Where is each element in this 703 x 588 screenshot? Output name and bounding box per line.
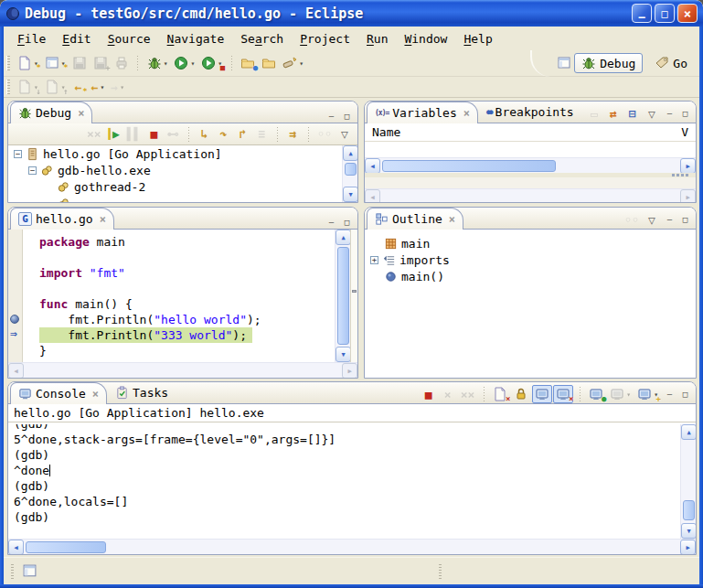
scroll-down-button[interactable]: ▼ bbox=[681, 523, 697, 539]
close-tab-icon[interactable]: × bbox=[92, 388, 99, 401]
tree-item-hello-go-go-application[interactable]: −hello.go [Go Application] bbox=[8, 145, 342, 162]
scroll-thumb[interactable] bbox=[382, 160, 556, 172]
show-stdout-when-changed-button[interactable] bbox=[532, 385, 552, 403]
view-minimize-icon[interactable]: — bbox=[663, 389, 676, 401]
open-type-button[interactable]: ● bbox=[238, 54, 258, 72]
dropdown-arrow-icon[interactable]: ▾ bbox=[190, 59, 195, 68]
back-to-last-edit-location-button[interactable]: ←* bbox=[69, 78, 88, 96]
console-hscrollbar[interactable]: ◀ ▶ bbox=[8, 539, 696, 554]
detail-pane-sash[interactable] bbox=[365, 173, 696, 177]
pin-console-button[interactable]: ● bbox=[586, 385, 606, 403]
show-logical-structure-button[interactable]: ⇄ bbox=[604, 104, 623, 123]
step-over-button[interactable]: ↷ bbox=[214, 125, 232, 144]
terminate-button[interactable]: ■ bbox=[420, 385, 438, 403]
tab-tasks[interactable]: Tasks bbox=[108, 382, 176, 403]
instruction-pointer-marker[interactable]: ⇒ bbox=[10, 329, 17, 338]
debug-button[interactable]: ▾ bbox=[144, 54, 171, 72]
breakpoint-marker[interactable] bbox=[10, 315, 19, 324]
menu-navigate[interactable]: Navigate bbox=[159, 30, 233, 48]
debug-tree-scrollbar[interactable]: ▲ ▼ bbox=[342, 145, 357, 202]
view-maximize-icon[interactable]: □ bbox=[678, 389, 692, 401]
run-external-tools-button[interactable]: ■▾ bbox=[198, 54, 225, 72]
code-line[interactable]: fmt.Println("hello world"); bbox=[39, 312, 335, 327]
clear-console-button[interactable]: × bbox=[490, 385, 510, 403]
scroll-thumb[interactable] bbox=[337, 247, 349, 345]
close-tab-icon[interactable]: × bbox=[449, 213, 455, 226]
variables-tree[interactable] bbox=[365, 142, 696, 157]
show-stderr-when-changed-button[interactable]: × bbox=[553, 385, 573, 403]
code-line[interactable]: func main() { bbox=[39, 296, 335, 312]
tree-item[interactable] bbox=[8, 195, 342, 202]
scroll-left-button[interactable]: ◀ bbox=[8, 540, 24, 555]
code-line[interactable] bbox=[39, 281, 335, 296]
new-wizard-button[interactable]: *▾ bbox=[42, 54, 69, 72]
scroll-thumb[interactable] bbox=[26, 541, 106, 553]
step-return-button[interactable]: ↱ bbox=[233, 125, 251, 144]
scroll-up-button[interactable]: ▲ bbox=[336, 230, 351, 245]
fast-view-button[interactable] bbox=[19, 562, 40, 581]
scroll-down-button[interactable]: ▼ bbox=[343, 187, 358, 202]
new-button[interactable]: *▾ bbox=[15, 54, 41, 72]
dropdown-arrow-icon[interactable]: ▾ bbox=[164, 59, 168, 68]
scroll-lock-button[interactable] bbox=[511, 385, 531, 403]
dropdown-arrow-icon[interactable]: ▾ bbox=[100, 83, 104, 91]
run-button[interactable]: ▾ bbox=[171, 54, 197, 72]
toolbar-grip[interactable] bbox=[6, 80, 10, 94]
menu-run[interactable]: Run bbox=[358, 30, 396, 48]
collapse-icon[interactable]: − bbox=[28, 166, 37, 175]
tree-item-gothread-2[interactable]: gothread-2 bbox=[8, 178, 342, 195]
overview-ruler[interactable] bbox=[350, 230, 357, 362]
menu-search[interactable]: Search bbox=[232, 30, 292, 48]
view-maximize-icon[interactable]: □ bbox=[678, 214, 692, 226]
column-value[interactable]: V bbox=[681, 125, 688, 139]
view-maximize-icon[interactable]: □ bbox=[340, 217, 354, 229]
code-line[interactable]: package main bbox=[39, 234, 335, 250]
menu-edit[interactable]: Edit bbox=[54, 30, 99, 48]
scroll-thumb[interactable] bbox=[345, 163, 357, 176]
console-output[interactable]: (gdb)5^done,stack-args=[frame={level="0"… bbox=[8, 424, 680, 539]
menu-project[interactable]: Project bbox=[292, 30, 358, 48]
view-menu-button[interactable]: ▽ bbox=[643, 104, 661, 123]
view-menu-button[interactable]: ▽ bbox=[643, 210, 661, 229]
tab-outline[interactable]: Outline× bbox=[367, 208, 463, 230]
back-button[interactable]: ←▾ bbox=[89, 78, 108, 96]
tab-variables[interactable]: (x)=Variables× bbox=[367, 102, 478, 123]
dropdown-arrow-icon[interactable]: ▾ bbox=[299, 59, 304, 68]
view-maximize-icon[interactable]: □ bbox=[340, 111, 354, 123]
editor-vscrollbar[interactable]: ▲ ▼ bbox=[335, 230, 350, 362]
scroll-right-button[interactable]: ▶ bbox=[680, 540, 696, 555]
collapse-icon[interactable]: − bbox=[14, 150, 22, 158]
perspective-debug-button[interactable]: Debug bbox=[574, 53, 643, 73]
column-name[interactable]: Name bbox=[372, 125, 400, 139]
view-minimize-icon[interactable]: — bbox=[663, 214, 676, 226]
tree-item-main[interactable]: main bbox=[365, 235, 696, 251]
tree-item-imports[interactable]: +imports bbox=[365, 251, 696, 268]
scroll-up-button[interactable]: ▲ bbox=[681, 424, 697, 440]
open-perspective-button[interactable] bbox=[554, 54, 574, 72]
minimize-button[interactable]: — bbox=[632, 4, 652, 23]
view-menu-button[interactable]: ▽ bbox=[336, 125, 354, 144]
tab-console[interactable]: Console× bbox=[10, 382, 107, 404]
view-minimize-icon[interactable]: — bbox=[325, 111, 338, 123]
view-minimize-icon[interactable]: — bbox=[663, 108, 676, 120]
open-resource-button[interactable] bbox=[259, 54, 279, 72]
code-line[interactable]: import "fmt" bbox=[39, 265, 335, 281]
resume-button[interactable]: ▍▶ bbox=[105, 125, 123, 144]
tree-item-gdb-hello-exe[interactable]: −gdb-hello.exe bbox=[8, 162, 342, 178]
close-tab-icon[interactable]: × bbox=[100, 213, 106, 226]
maximize-button[interactable]: □ bbox=[655, 4, 675, 23]
variables-column-headers[interactable]: Name V bbox=[365, 123, 696, 142]
close-tab-icon[interactable]: × bbox=[463, 107, 470, 120]
scroll-down-button[interactable]: ▼ bbox=[336, 347, 351, 362]
menu-help[interactable]: Help bbox=[455, 30, 500, 48]
code-line[interactable]: fmt.Println("333 world"); bbox=[39, 327, 335, 343]
view-maximize-icon[interactable]: □ bbox=[678, 108, 692, 120]
expand-icon[interactable]: + bbox=[370, 256, 378, 264]
view-minimize-icon[interactable]: — bbox=[325, 217, 338, 229]
scroll-left-button[interactable]: ◀ bbox=[365, 158, 380, 174]
use-step-filters-button[interactable]: ⇉ bbox=[283, 125, 302, 144]
scroll-up-button[interactable]: ▲ bbox=[343, 145, 358, 161]
close-tab-icon[interactable]: × bbox=[78, 107, 84, 120]
code-line[interactable] bbox=[39, 250, 335, 265]
code-line[interactable]: } bbox=[39, 343, 335, 358]
